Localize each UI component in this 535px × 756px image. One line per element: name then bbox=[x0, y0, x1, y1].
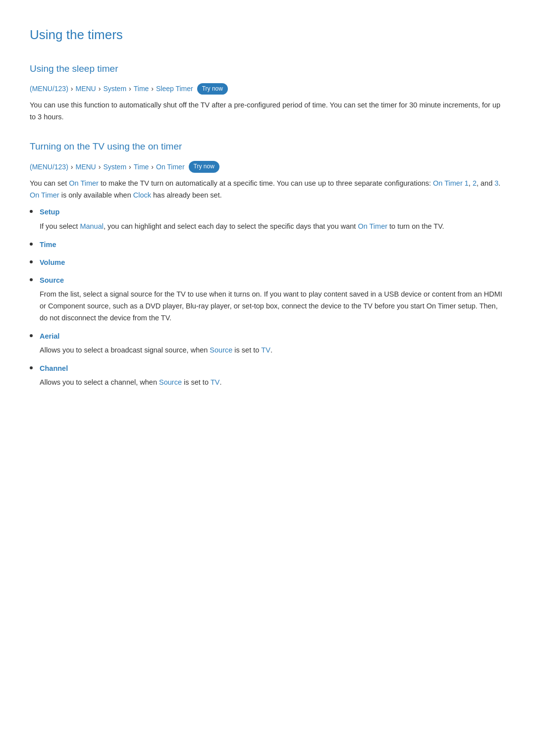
on-timer-try-now-badge[interactable]: Try now bbox=[189, 161, 219, 172]
sleep-timer-heading: Using the sleep timer bbox=[30, 61, 505, 76]
on-breadcrumb-menu123: (MENU/123) bbox=[30, 161, 68, 172]
on-timer-link-1: On Timer bbox=[69, 179, 99, 187]
bullet-label-time: Time bbox=[40, 241, 56, 249]
on-breadcrumb-arrow-2: › bbox=[99, 161, 101, 172]
breadcrumb-arrow-1: › bbox=[71, 83, 73, 94]
bullet-aerial: Aerial Allows you to select a broadcast … bbox=[30, 330, 505, 356]
sleep-timer-try-now-badge[interactable]: Try now bbox=[197, 83, 228, 95]
bullet-volume: Volume bbox=[30, 256, 505, 268]
sleep-timer-section: Using the sleep timer (MENU/123) › MENU … bbox=[30, 61, 505, 123]
bullet-content-aerial: Aerial Allows you to select a broadcast … bbox=[40, 330, 505, 356]
on-timer-3-link: 3 bbox=[494, 179, 498, 187]
source-link-channel: Source bbox=[159, 378, 182, 386]
bullet-content-volume: Volume bbox=[40, 256, 505, 268]
on-timer-body: You can set On Timer to make the TV turn… bbox=[30, 178, 505, 202]
on-breadcrumb-arrow-3: › bbox=[129, 161, 131, 172]
bullet-dot-source bbox=[30, 278, 33, 281]
on-breadcrumb-time: Time bbox=[134, 161, 149, 172]
on-timer-link-2: On Timer bbox=[30, 191, 59, 199]
on-breadcrumb-system: System bbox=[103, 161, 126, 172]
bullet-desc-aerial: Allows you to select a broadcast signal … bbox=[40, 345, 505, 356]
breadcrumb-system: System bbox=[103, 83, 126, 94]
sleep-timer-body: You can use this function to automatical… bbox=[30, 100, 505, 123]
bullet-setup: Setup If you select Manual, you can high… bbox=[30, 206, 505, 232]
bullet-content-setup: Setup If you select Manual, you can high… bbox=[40, 206, 505, 232]
on-timer-bullet-list: Setup If you select Manual, you can high… bbox=[30, 206, 505, 389]
bullet-dot-time bbox=[30, 243, 33, 246]
bullet-content-channel: Channel Allows you to select a channel, … bbox=[40, 362, 505, 389]
breadcrumb-arrow-4: › bbox=[151, 83, 154, 94]
breadcrumb-arrow-2: › bbox=[99, 83, 101, 94]
sleep-timer-breadcrumb: (MENU/123) › MENU › System › Time › Slee… bbox=[30, 83, 505, 95]
bullet-label-source: Source bbox=[40, 276, 64, 284]
on-timer-heading: Turning on the TV using the on timer bbox=[30, 139, 505, 154]
bullet-desc-source: From the list, select a signal source fo… bbox=[40, 289, 505, 324]
bullet-desc-channel: Allows you to select a channel, when Sou… bbox=[40, 377, 505, 389]
bullet-content-source: Source From the list, select a signal so… bbox=[40, 274, 505, 324]
on-timer-breadcrumb: (MENU/123) › MENU › System › Time › On T… bbox=[30, 161, 505, 172]
on-breadcrumb-on-timer: On Timer bbox=[156, 161, 185, 172]
on-timer-2-link: 2 bbox=[473, 179, 477, 187]
bullet-label-aerial: Aerial bbox=[40, 332, 59, 340]
breadcrumb-arrow-3: › bbox=[129, 83, 131, 94]
on-breadcrumb-arrow-4: › bbox=[151, 161, 154, 172]
bullet-label-setup: Setup bbox=[40, 208, 59, 216]
bullet-time: Time bbox=[30, 239, 505, 251]
breadcrumb-time: Time bbox=[134, 83, 149, 94]
page-title: Using the timers bbox=[30, 25, 505, 46]
on-breadcrumb-menu: MENU bbox=[75, 161, 96, 172]
bullet-dot-volume bbox=[30, 260, 33, 263]
bullet-channel: Channel Allows you to select a channel, … bbox=[30, 362, 505, 389]
bullet-desc-setup: If you select Manual, you can highlight … bbox=[40, 221, 505, 233]
tv-link-aerial: TV bbox=[261, 346, 270, 354]
source-link-aerial: Source bbox=[210, 346, 232, 354]
bullet-dot-setup bbox=[30, 210, 33, 213]
bullet-label-channel: Channel bbox=[40, 364, 68, 372]
on-timer-1-link: On Timer 1 bbox=[433, 179, 469, 187]
clock-link: Clock bbox=[133, 191, 151, 199]
bullet-content-time: Time bbox=[40, 239, 505, 251]
tv-link-channel: TV bbox=[211, 378, 220, 386]
breadcrumb-menu: MENU bbox=[75, 83, 96, 94]
on-breadcrumb-arrow-1: › bbox=[71, 161, 73, 172]
on-timer-link-setup: On Timer bbox=[358, 222, 387, 230]
bullet-dot-aerial bbox=[30, 334, 33, 337]
breadcrumb-sleep-timer: Sleep Timer bbox=[156, 83, 193, 94]
bullet-label-volume: Volume bbox=[40, 258, 65, 266]
bullet-source: Source From the list, select a signal so… bbox=[30, 274, 505, 324]
on-timer-section: Turning on the TV using the on timer (ME… bbox=[30, 139, 505, 389]
bullet-dot-channel bbox=[30, 366, 33, 369]
breadcrumb-menu123: (MENU/123) bbox=[30, 83, 68, 94]
manual-link: Manual bbox=[80, 222, 104, 230]
